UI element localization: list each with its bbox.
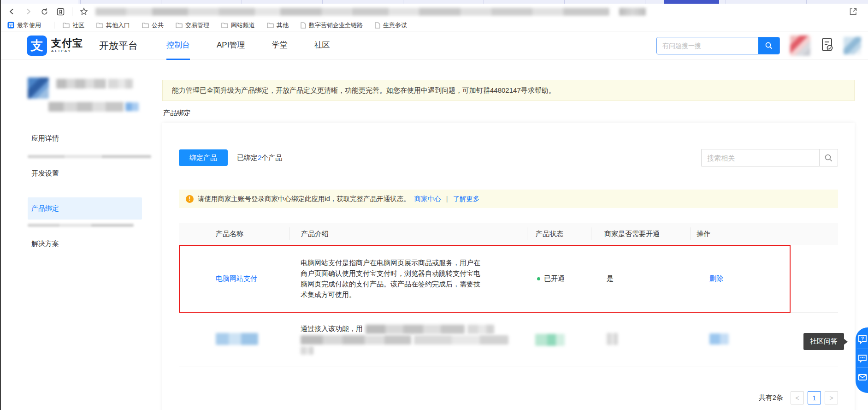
community-qa-tooltip: 社区问答 [803, 333, 844, 350]
bookmark-label: 公共 [152, 21, 164, 30]
bound-count-text: 已绑定2个产品 [237, 154, 282, 162]
back-icon[interactable] [7, 7, 17, 16]
bookmark-folder[interactable]: 交易管理 [176, 21, 209, 30]
bookmark-star-icon[interactable] [79, 7, 89, 16]
bind-product-button[interactable]: 绑定产品 [179, 149, 228, 166]
sidebar-item-solutions[interactable]: 解决方案 [28, 232, 142, 255]
alipay-logo-icon[interactable]: 支 [27, 36, 47, 56]
svg-text:?: ? [861, 336, 864, 341]
product-binding-card: 绑定产品 已绑定2个产品 ! 请使用商家主账号登录商家中心绑定此应用id，获取完… [162, 123, 855, 410]
bookmark-folder[interactable]: 公共 [142, 21, 164, 30]
pagination: 共有2条 < 1 > [179, 391, 838, 410]
folder-icon [176, 22, 183, 28]
learn-more-link[interactable]: 了解更多 [453, 195, 480, 203]
bookmark-folder[interactable]: 社区 [63, 21, 84, 30]
status-dot-green [537, 277, 540, 280]
bookmark-label: 其他 [277, 21, 289, 30]
chat-icon[interactable] [857, 353, 868, 364]
tab-api-management[interactable]: API管理 [217, 31, 245, 60]
folder-icon [63, 22, 70, 28]
bookmark-most-used[interactable]: 最常使用 [7, 21, 41, 30]
app-shortcut-icon[interactable] [56, 7, 65, 16]
tab-community[interactable]: 社区 [314, 31, 330, 60]
header-right [656, 36, 868, 56]
sidebar-divider-redacted [28, 155, 151, 158]
app-profile [28, 77, 162, 127]
feedback-mail-icon[interactable] [857, 372, 868, 383]
tab-academy[interactable]: 学堂 [272, 31, 287, 60]
card-search [701, 149, 838, 166]
bookmark-folder[interactable]: 网站频道 [221, 21, 255, 30]
product-search-input[interactable] [701, 149, 819, 166]
card-toolbar: 绑定产品 已绑定2个产品 [179, 149, 838, 166]
open-in-new-window-icon[interactable] [849, 7, 858, 18]
merchant-required-cell: 是 [591, 274, 690, 283]
forward-icon[interactable] [24, 7, 33, 16]
product-link[interactable]: 电脑网站支付 [216, 274, 257, 282]
product-name-redacted[interactable] [216, 333, 258, 345]
file-icon [375, 22, 380, 29]
sidebar-item-dev-settings[interactable]: 开发设置 [28, 162, 142, 184]
bookmark-page[interactable]: 数字营销企业全链路 [301, 21, 363, 30]
floating-bar-divider [857, 349, 868, 349]
refresh-icon[interactable] [40, 7, 49, 16]
platform-title: 开放平台 [99, 39, 138, 52]
floating-bar-divider [857, 368, 868, 368]
description-redacted [414, 335, 508, 345]
description-redacted [301, 335, 411, 345]
warning-separator: | [446, 195, 448, 202]
col-header-product-intro: 产品介绍 [289, 227, 527, 240]
merchant-center-link[interactable]: 商家中心 [414, 195, 441, 203]
pagination-next-button[interactable]: > [825, 391, 838, 404]
app-avatar-redacted [28, 77, 49, 99]
table-header-row: 产品名称 产品介绍 产品状态 商家是否需要开通 操作 [179, 223, 838, 245]
description-redacted [467, 325, 494, 334]
url-redacted[interactable] [95, 8, 609, 16]
brand-text: 支付宝 ALIPAY [51, 38, 83, 53]
pagination-prev-button[interactable]: < [791, 391, 804, 404]
delete-link[interactable]: 删除 [709, 274, 723, 282]
folder-icon [221, 22, 228, 28]
bookmark-label: 数字营销企业全链路 [309, 21, 363, 30]
product-description-partial: 通过接入该功能，用 [301, 325, 363, 333]
merchant-required-cell [591, 333, 690, 346]
bookmark-folder[interactable]: 其他 [267, 21, 289, 30]
bookmark-label: 最常使用 [17, 21, 41, 30]
search-icon [765, 42, 773, 50]
browser-toolbar [0, 4, 868, 19]
app-badge-redacted [125, 102, 139, 111]
warning-icon: ! [186, 195, 194, 203]
col-header-actions: 操作 [690, 227, 838, 240]
bookmark-label: 社区 [72, 21, 84, 30]
action-cell: 删除 [690, 274, 838, 283]
user-avatar-redacted[interactable] [790, 36, 810, 56]
description-redacted [366, 325, 465, 334]
tab-console[interactable]: 控制台 [166, 31, 190, 60]
product-description: 电脑网站支付是指商户在电脑网页展示商品或服务，用户在商户页面确认使用支付宝支付时… [301, 257, 486, 300]
agreement-doc-icon[interactable] [821, 37, 833, 54]
page-title: 产品绑定 [162, 109, 855, 118]
app-id-redacted [48, 102, 124, 112]
app-name-redacted [108, 79, 133, 89]
product-name-cell: 电脑网站支付 [179, 274, 289, 283]
app-header: 支 支付宝 ALIPAY 开放平台 控制台 API管理 学堂 社区 [0, 31, 868, 60]
header-search-button[interactable] [758, 37, 779, 54]
toolbar-divider [72, 7, 72, 16]
account-avatar-redacted[interactable] [844, 37, 861, 54]
pagination-page-1[interactable]: 1 [808, 391, 821, 404]
bookmark-page[interactable]: 生意参谋 [375, 21, 407, 30]
col-header-product-name: 产品名称 [179, 227, 289, 240]
bookmark-label: 网站频道 [231, 21, 255, 30]
community-qa-icon[interactable]: ? [857, 334, 868, 345]
folder-icon [267, 22, 274, 28]
sidebar-item-product-binding[interactable]: 产品绑定 [28, 197, 142, 220]
action-redacted[interactable] [709, 333, 729, 345]
bookmark-label: 其他入口 [106, 21, 130, 30]
header-search-input[interactable] [657, 37, 758, 54]
product-status-cell: 已开通 [527, 274, 591, 283]
folder-icon [142, 22, 149, 28]
bookmark-folder[interactable]: 其他入口 [96, 21, 130, 30]
product-search-button[interactable] [819, 149, 838, 166]
sidebar-item-app-details[interactable]: 应用详情 [28, 127, 142, 149]
file-icon [301, 22, 306, 29]
